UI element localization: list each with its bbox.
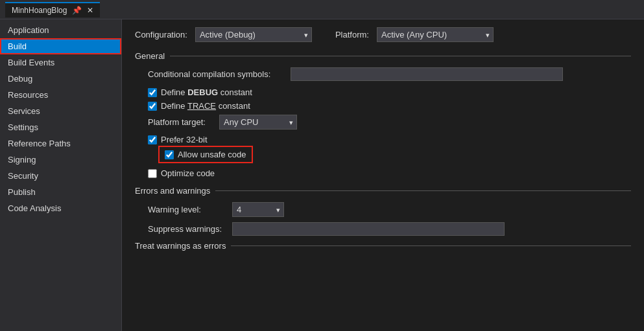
define-trace-row: Define TRACE constant (148, 101, 631, 111)
configuration-label: Configuration: (135, 30, 187, 40)
cond-symbols-input[interactable] (291, 67, 563, 81)
define-trace-checkbox[interactable] (148, 102, 157, 111)
define-debug-checkbox[interactable] (148, 88, 157, 97)
optimize-code-label: Optimize code (161, 168, 215, 178)
sidebar: Application Build Build Events Debug Res… (0, 19, 122, 331)
close-icon[interactable]: ✕ (87, 6, 93, 15)
sidebar-item-build-events[interactable]: Build Events (0, 54, 121, 71)
main-panel: Configuration: Active (Debug) Debug Rele… (122, 19, 644, 331)
sidebar-item-build[interactable]: Build (0, 38, 121, 54)
warning-level-select-wrapper: 4 0 1 2 3 (232, 202, 284, 217)
define-trace-label: Define TRACE constant (161, 101, 250, 111)
conditional-compilation-row: Conditional compilation symbols: (148, 67, 631, 81)
platform-target-row: Platform target: Any CPU x86 x64 ARM (148, 115, 631, 130)
sidebar-item-application[interactable]: Application (0, 22, 121, 38)
platform-select[interactable]: Active (Any CPU) Any CPU x86 x64 (377, 27, 494, 42)
title-bar: MinhHoangBlog 📌 ✕ (0, 0, 644, 19)
warning-level-row: Warning level: 4 0 1 2 3 (148, 202, 631, 217)
prefer-32bit-row: Prefer 32-bit (148, 135, 631, 144)
warning-level-label: Warning level: (148, 205, 226, 214)
sidebar-item-publish[interactable]: Publish (0, 184, 121, 200)
platform-target-select-wrapper: Any CPU x86 x64 ARM (219, 115, 297, 130)
platform-target-label: Platform target: (148, 117, 213, 127)
platform-label: Platform: (335, 30, 369, 40)
general-section-header: General (135, 51, 631, 61)
allow-unsafe-code-label: Allow unsafe code (178, 150, 246, 159)
allow-unsafe-code-checkbox[interactable] (165, 150, 174, 159)
define-debug-label: Define DEBUG constant (161, 87, 252, 97)
suppress-warnings-row: Suppress warnings: (148, 222, 631, 236)
warning-level-select[interactable]: 4 0 1 2 3 (232, 202, 284, 217)
suppress-warnings-label: Suppress warnings: (148, 224, 226, 234)
prefer-32bit-checkbox[interactable] (148, 135, 157, 144)
platform-select-wrapper: Active (Any CPU) Any CPU x86 x64 (377, 27, 494, 42)
configuration-select[interactable]: Active (Debug) Debug Release All Configu… (195, 27, 312, 42)
sidebar-item-debug[interactable]: Debug (0, 71, 121, 87)
optimize-code-checkbox[interactable] (148, 169, 157, 178)
define-debug-row: Define DEBUG constant (148, 87, 631, 97)
sidebar-item-code-analysis[interactable]: Code Analysis (0, 200, 121, 216)
sidebar-item-settings[interactable]: Settings (0, 119, 121, 135)
suppress-warnings-input[interactable] (232, 222, 505, 236)
treat-warnings-section-header: Treat warnings as errors (135, 241, 631, 251)
optimize-code-row: Optimize code (148, 168, 631, 178)
platform-target-select[interactable]: Any CPU x86 x64 ARM (219, 115, 297, 130)
configuration-select-wrapper: Active (Debug) Debug Release All Configu… (195, 27, 312, 42)
document-tab[interactable]: MinhHoangBlog 📌 ✕ (5, 2, 100, 17)
main-window: MinhHoangBlog 📌 ✕ Application Build Buil… (0, 0, 644, 331)
cond-symbols-label: Conditional compilation symbols: (148, 69, 284, 79)
sidebar-item-services[interactable]: Services (0, 103, 121, 119)
content-area: Application Build Build Events Debug Res… (0, 19, 644, 331)
prefer-32bit-label: Prefer 32-bit (161, 135, 208, 144)
tab-label: MinhHoangBlog (12, 6, 67, 15)
sidebar-item-security[interactable]: Security (0, 168, 121, 184)
sidebar-item-signing[interactable]: Signing (0, 152, 121, 168)
config-platform-row: Configuration: Active (Debug) Debug Rele… (135, 27, 631, 42)
errors-warnings-section-header: Errors and warnings (135, 186, 631, 196)
sidebar-item-reference-paths[interactable]: Reference Paths (0, 135, 121, 152)
pin-icon[interactable]: 📌 (72, 6, 82, 15)
allow-unsafe-code-row: Allow unsafe code (161, 148, 250, 161)
sidebar-item-resources[interactable]: Resources (0, 87, 121, 103)
